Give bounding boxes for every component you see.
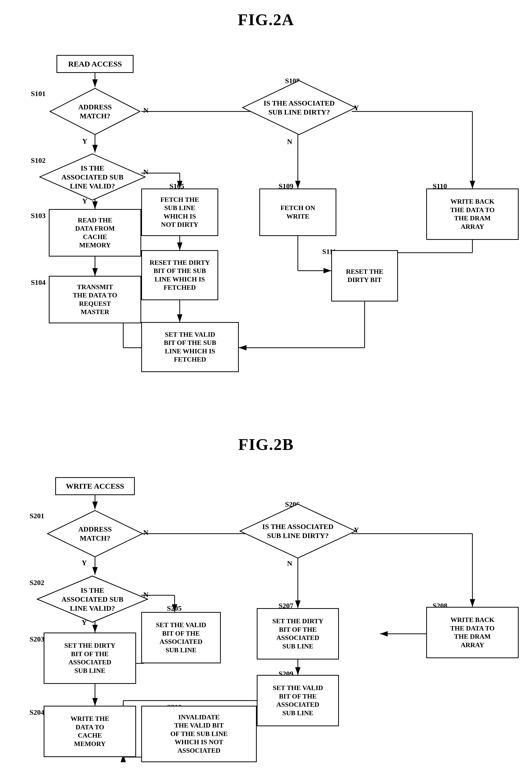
box-fetch-on-write: FETCH ON WRITE [259,188,336,236]
diamond-sub-line-valid-2b: IS THE ASSOCIATED SUB LINE VALID? [36,575,149,624]
label-n1: N [143,106,148,115]
label-s203: S203 [30,635,44,643]
fig2b-title: FIG.2B [15,435,517,454]
box-set-valid-assoc-2: SET THE VALID BIT OF THE ASSOCIATED SUB … [257,675,339,726]
box-set-dirty-assoc-1: SET THE DIRTY BIT OF THE ASSOCIATED SUB … [44,633,136,684]
box-invalidate: INVALIDATE THE VALID BIT OF THE SUB LINE… [141,706,257,762]
label-s104: S104 [31,278,46,287]
fig2a-flowchart: READ ACCESS S101 ADDRESS MATCH? N Y S102 [15,40,517,420]
label-s204: S204 [30,708,44,717]
label-y2: Y [82,197,87,205]
label-n3-2b: N [287,559,292,568]
start-box: READ ACCESS [56,55,134,73]
label-s201: S201 [30,512,44,520]
label-n3: N [287,138,292,146]
fig2b-flowchart: WRITE ACCESS S201 ADDRESS MATCH? N Y S20… [15,464,517,773]
box-read-cache: READ THE DATA FROM CACHE MEMORY [49,209,141,257]
label-n1-2b: N [143,529,148,537]
box-set-valid-assoc: SET THE VALID BIT OF THE ASSOCIATED SUB … [141,612,221,663]
page: FIG.2A [0,0,532,773]
label-y1-2b: Y [82,559,87,567]
box-write-cache: WRITE THE DATA TO CACHE MEMORY [44,706,136,757]
diamond-address-match: ADDRESS MATCH? [49,87,141,136]
box-reset-dirty-subline: RESET THE DIRTY BIT OF THE SUB LINE WHIC… [141,250,218,300]
diamond-sub-line-dirty: IS THE ASSOCIATED SUB LINE DIRTY? [241,79,357,136]
diamond-sub-line-valid: IS THE ASSOCIATED SUB LINE VALID? [39,153,146,201]
box-reset-dirty: RESET THE DIRTY BIT [331,250,398,301]
label-y2-2b: Y [82,618,87,627]
box-write-back-1: WRITE BACK THE DATA TO THE DRAM ARRAY [426,188,519,240]
start-box-2b: WRITE ACCESS [55,477,135,495]
diamond-sub-line-dirty-2b: IS THE ASSOCIATED SUB LINE DIRTY? [239,503,357,559]
label-s101: S101 [31,90,46,98]
fig2a-title: FIG.2A [15,10,517,29]
box-fetch-subline: FETCH THE SUB LINE WHICH IS NOT DIRTY [141,188,218,236]
box-set-dirty-assoc-2: SET THE DIRTY BIT OF THE ASSOCIATED SUB … [257,608,339,659]
diamond-address-match-2b: ADDRESS MATCH? [46,509,144,558]
label-y3-2b: Y [354,526,359,534]
box-transmit: TRANSMIT THE DATA TO REQUEST MASTER [49,276,141,323]
label-s103: S103 [31,212,46,220]
label-y3: Y [354,104,359,112]
box-write-back-2b: WRITE BACK THE DATA TO THE DRAM ARRAY [426,607,519,658]
box-set-valid-subline: SET THE VALID BIT OF THE SUB LINE WHICH … [141,322,239,372]
label-n2: N [143,168,148,176]
label-y1: Y [82,137,87,145]
label-s205: S205 [167,604,182,612]
label-n2-2b: N [143,591,148,599]
